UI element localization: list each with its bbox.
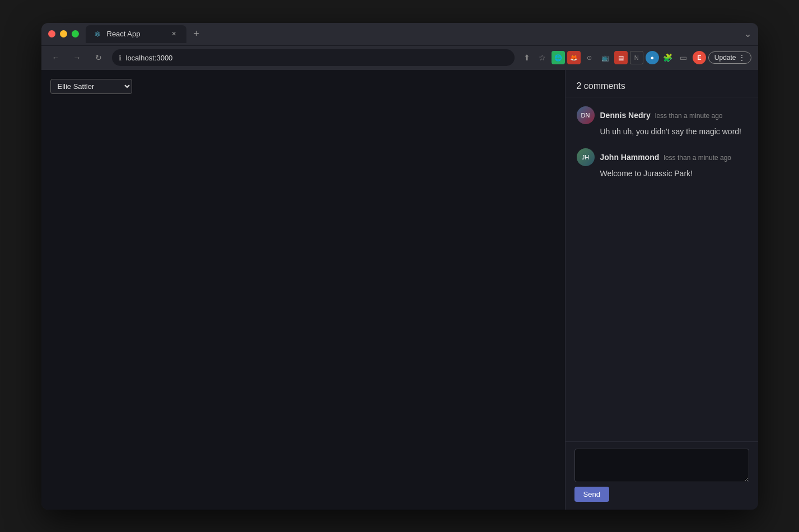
comments-count: 2 comments [577, 81, 625, 91]
update-chevron-icon: ⋮ [739, 54, 745, 62]
send-button[interactable]: Send [574, 487, 609, 502]
comment-author-2: John Hammond [600, 153, 660, 162]
extension-icon-4[interactable]: 📺 [599, 51, 612, 64]
comment-meta-2: John Hammond less than a minute ago [600, 153, 732, 162]
extensions-icon[interactable]: 🧩 [661, 51, 675, 64]
close-button[interactable] [48, 30, 55, 37]
browser-actions: ⬆ ☆ 🌐 🦊 ⊙ 📺 ▤ N ● 🧩 ▭ E Update ⋮ [520, 51, 751, 64]
extension-icon-5[interactable]: ▤ [614, 51, 628, 64]
comment-text-1: Uh uh uh, you didn't say the magic word! [600, 126, 747, 138]
avatar-initials-dennis: DN [581, 112, 590, 119]
avatar-john: JH [577, 148, 595, 166]
traffic-lights [48, 30, 79, 37]
extension-icon-1[interactable]: 🌐 [552, 51, 565, 64]
comment-time-2: less than a minute ago [664, 154, 731, 162]
avatar-dennis: DN [577, 106, 595, 124]
address-input-container[interactable]: ℹ localhost:3000 [112, 49, 515, 66]
comment-input-area: Send [566, 441, 758, 510]
tab-close-icon[interactable]: ✕ [170, 30, 179, 39]
left-panel: Ellie Sattler Dennis Nedry John Hammond [41, 70, 565, 510]
reload-button[interactable]: ↻ [91, 50, 106, 65]
comment-time-1: less than a minute ago [655, 112, 723, 120]
comment-meta-1: Dennis Nedry less than a minute ago [600, 111, 723, 120]
minimize-button[interactable] [60, 30, 67, 37]
profile-avatar[interactable]: E [693, 51, 706, 64]
comment-textarea[interactable] [574, 449, 749, 482]
window-controls: ⌄ [744, 29, 751, 39]
info-icon: ℹ [119, 54, 122, 62]
bookmark-icon[interactable]: ☆ [536, 51, 549, 64]
tab-title: React App [107, 30, 165, 38]
update-label: Update [714, 54, 736, 62]
right-panel: 2 comments DN Dennis Nedry less than a m… [565, 70, 758, 510]
comments-list: DN Dennis Nedry less than a minute ago U… [566, 97, 758, 441]
forward-button[interactable]: → [69, 50, 85, 65]
title-bar: ⚛ React App ✕ + ⌄ [41, 23, 758, 45]
update-button[interactable]: Update ⋮ [708, 51, 751, 64]
comment-header-2: JH John Hammond less than a minute ago [577, 148, 747, 166]
extension-icon-6[interactable]: N [630, 51, 643, 64]
comment-item-2: JH John Hammond less than a minute ago W… [577, 148, 747, 180]
new-tab-button[interactable]: + [189, 26, 204, 42]
extension-icon-3[interactable]: ⊙ [583, 51, 596, 64]
active-tab[interactable]: ⚛ React App ✕ [86, 25, 186, 43]
sidebar-icon[interactable]: ▭ [677, 51, 690, 64]
comment-item-1: DN Dennis Nedry less than a minute ago U… [577, 106, 747, 138]
page-content: Ellie Sattler Dennis Nedry John Hammond … [41, 70, 758, 510]
share-icon[interactable]: ⬆ [520, 51, 534, 64]
extension-icon-2[interactable]: 🦊 [567, 51, 581, 64]
maximize-button[interactable] [72, 30, 79, 37]
browser-window: ⚛ React App ✕ + ⌄ ← → ↻ ℹ localhost:3000… [41, 23, 758, 510]
comments-header: 2 comments [566, 70, 758, 97]
back-button[interactable]: ← [48, 50, 64, 65]
extension-icon-7[interactable]: ● [646, 51, 659, 64]
comment-text-2: Welcome to Jurassic Park! [600, 168, 747, 180]
tab-bar: ⚛ React App ✕ + [86, 25, 744, 43]
address-bar: ← → ↻ ℹ localhost:3000 ⬆ ☆ 🌐 🦊 ⊙ 📺 ▤ N ●… [41, 45, 758, 70]
comment-header-1: DN Dennis Nedry less than a minute ago [577, 106, 747, 124]
url-display: localhost:3000 [126, 54, 508, 62]
tab-favicon-icon: ⚛ [94, 30, 102, 39]
user-selector[interactable]: Ellie Sattler Dennis Nedry John Hammond [50, 79, 132, 94]
avatar-initials-john: JH [582, 154, 589, 161]
comment-author-1: Dennis Nedry [600, 111, 651, 120]
